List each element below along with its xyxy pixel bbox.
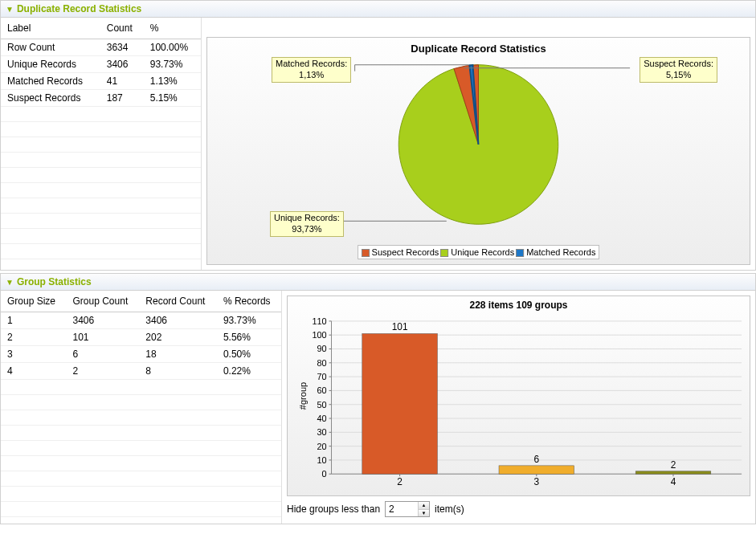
table-row [1, 229, 201, 244]
table-row [1, 198, 201, 214]
spinner-up-icon[interactable]: ▲ [419, 502, 429, 510]
table-row [1, 168, 201, 183]
col-pct[interactable]: % [144, 18, 201, 39]
table-row [1, 471, 281, 487]
panel-header-duplicate[interactable]: ▼ Duplicate Record Statistics [1, 1, 755, 18]
hide-groups-filter: Hide groups less than ▲ ▼ item(s) [287, 496, 750, 519]
svg-text:3: 3 [534, 476, 540, 487]
svg-text:10: 10 [317, 455, 326, 465]
svg-text:101: 101 [392, 322, 408, 333]
group-stats-table: Group Size Group Count Record Count % Re… [1, 291, 281, 517]
svg-text:90: 90 [317, 344, 326, 353]
table-row[interactable]: Matched Records 41 1.13% [1, 73, 201, 90]
svg-text:0: 0 [322, 469, 327, 479]
panel-title: Duplicate Record Statistics [17, 3, 141, 14]
col-group-size[interactable]: Group Size [1, 291, 67, 312]
svg-rect-50 [635, 471, 711, 474]
table-row [1, 153, 201, 168]
table-row[interactable]: Unique Records 3406 93.73% [1, 56, 201, 73]
table-row[interactable]: 4 2 8 0.22% [1, 363, 281, 380]
bar-chart-ylabel: #group [298, 382, 308, 410]
filter-prefix: Hide groups less than [287, 503, 380, 515]
legend-swatch-icon [440, 249, 448, 257]
panel-header-group[interactable]: ▼ Group Statistics [1, 274, 755, 291]
svg-text:110: 110 [312, 316, 326, 326]
table-row [1, 107, 201, 122]
svg-text:2: 2 [397, 476, 403, 487]
duplicate-stats-table: Label Count % Row Count 3634 100.00% Uni… [1, 18, 201, 259]
legend-swatch-icon [362, 249, 370, 257]
svg-text:80: 80 [317, 358, 326, 368]
svg-text:4: 4 [671, 476, 676, 487]
table-row [1, 395, 281, 410]
duplicate-record-statistics-panel: ▼ Duplicate Record Statistics Label Coun… [0, 0, 756, 271]
table-row[interactable]: Row Count 3634 100.00% [1, 39, 201, 56]
group-stats-table-area: Group Size Group Count Record Count % Re… [1, 291, 282, 524]
table-row[interactable]: Suspect Records 187 5.15% [1, 90, 201, 107]
table-row [1, 410, 281, 426]
svg-text:70: 70 [317, 372, 326, 381]
duplicate-stats-table-area: Label Count % Row Count 3634 100.00% Uni… [1, 18, 202, 270]
col-label[interactable]: Label [1, 18, 100, 39]
table-row [1, 183, 201, 198]
svg-rect-46 [499, 466, 574, 474]
filter-suffix: item(s) [435, 503, 464, 515]
filter-spinner[interactable]: ▲ ▼ [385, 501, 430, 517]
table-row[interactable]: 1 3406 3406 93.73% [1, 312, 281, 329]
chevron-down-icon: ▼ [6, 5, 14, 14]
svg-text:100: 100 [312, 330, 326, 340]
callout-matched: Matched Records: 1,13% [272, 57, 351, 83]
bar-chart-area: 228 items 109 groups #group 010203040506… [282, 291, 755, 524]
svg-text:2: 2 [671, 459, 676, 471]
chevron-down-icon: ▼ [6, 278, 14, 287]
table-row [1, 456, 281, 471]
svg-text:40: 40 [317, 414, 326, 423]
svg-text:60: 60 [317, 385, 326, 395]
group-statistics-panel: ▼ Group Statistics Group Size Group Coun… [0, 273, 756, 524]
pie-chart-title: Duplicate Record Statistics [207, 38, 750, 56]
table-row [1, 244, 201, 259]
spinner-down-icon[interactable]: ▼ [419, 510, 429, 517]
bar-chart: 010203040506070809010011010126324 [288, 314, 750, 494]
panel-title: Group Statistics [17, 276, 92, 287]
legend-swatch-icon [516, 249, 524, 257]
svg-rect-42 [362, 333, 438, 474]
callout-unique: Unique Records: 93,73% [270, 211, 344, 237]
table-row [1, 426, 281, 441]
table-row [1, 137, 201, 153]
col-pct-records[interactable]: % Records [217, 291, 281, 312]
pie-chart-area: Duplicate Record Statistics [202, 18, 755, 270]
table-row [1, 380, 281, 395]
pie-chart-panel: Duplicate Record Statistics [206, 37, 750, 265]
pie-legend: Suspect Records Unique Records Matched R… [358, 245, 600, 259]
table-row [1, 214, 201, 229]
callout-suspect: Suspect Records: 5,15% [640, 57, 717, 83]
table-row [1, 502, 281, 517]
col-group-count[interactable]: Group Count [67, 291, 140, 312]
table-row [1, 441, 281, 456]
col-record-count[interactable]: Record Count [139, 291, 217, 312]
svg-text:6: 6 [534, 454, 540, 465]
pie-chart [207, 56, 750, 234]
table-row [1, 487, 281, 502]
bar-chart-title: 228 items 109 groups [288, 296, 750, 314]
table-row[interactable]: 2 101 202 5.56% [1, 329, 281, 346]
svg-text:30: 30 [317, 427, 326, 437]
bar-chart-panel: 228 items 109 groups #group 010203040506… [287, 296, 750, 496]
svg-text:50: 50 [317, 400, 326, 410]
filter-spinner-input[interactable] [386, 502, 418, 516]
svg-text:20: 20 [317, 442, 326, 451]
col-count[interactable]: Count [100, 18, 144, 39]
table-row [1, 122, 201, 137]
table-row[interactable]: 3 6 18 0.50% [1, 346, 281, 363]
